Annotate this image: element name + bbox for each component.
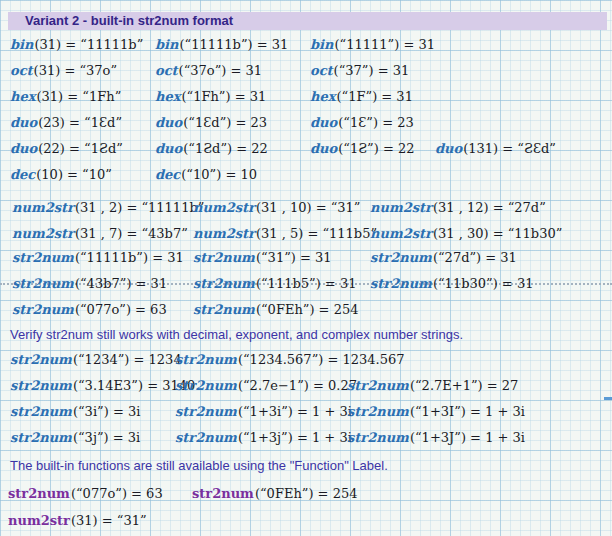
expression-body: (“1+3j”) = 1 + 3i [238,430,352,445]
expression-body: (31) = “31” [71,513,147,528]
function-name: str2num [175,404,238,419]
expression-body: (“2.7E+1”) = 27 [410,378,518,393]
math-expression[interactable]: num2str(31 , 2) = “11111b” [12,195,204,221]
math-expression[interactable]: duo(“1Ɛ”) = 23 [310,110,414,136]
function-name: str2num [193,276,256,291]
math-expression[interactable]: bin(31) = “11111b” [10,32,143,58]
expression-body: (31 , 2) = “11111b” [75,200,204,215]
math-expression[interactable]: dec(“10”) = 10 [155,162,257,188]
math-expression[interactable]: str2num(“077o”) = 63 [8,481,163,507]
math-expression[interactable]: str2num(“077o”) = 63 [12,297,167,323]
math-expression[interactable]: str2num(“0FEh”) = 254 [193,297,358,323]
math-expression[interactable]: str2num(“11111b”) = 31 [12,245,184,271]
expression-body: (“1Fh”) = 31 [181,89,266,104]
function-name: str2num [193,250,256,265]
math-expression[interactable]: str2num(“27d”) = 31 [370,245,517,271]
comment-builtin-functions[interactable]: The built-in functions are still availab… [10,458,388,474]
function-name: bin [310,37,334,52]
math-expression[interactable]: duo(23) = “1Ɛd” [10,110,122,136]
math-expression[interactable]: str2num(“11b30”) = 31 [370,271,533,297]
function-name: duo [10,141,38,156]
expression-body: (“3j”) = 3i [73,430,140,445]
expression-body: (10) = “10” [36,167,112,182]
math-row: str2num(“3.14E3”) = 3140str2num(“2.7e−1”… [0,373,612,399]
expression-body: (31 , 5) = “111b5” [256,226,377,241]
math-expression[interactable]: str2num(“1+3J”) = 1 + 3i [347,425,525,451]
math-expression[interactable]: str2num(“1+3I”) = 1 + 3i [347,399,525,425]
function-name: oct [10,63,34,78]
math-expression[interactable]: bin(“11111b”) = 31 [155,32,288,58]
math-expression[interactable]: bin(“11111”) = 31 [310,32,435,58]
function-name: str2num [192,486,255,501]
expression-body: (“11111b”) = 31 [75,250,184,265]
math-expression[interactable]: hex(“1Fh”) = 31 [155,84,266,110]
function-name: str2num [10,352,73,367]
group-base-format-functions: bin(31) = “11111b”bin(“11111b”) = 31bin(… [0,32,612,188]
expression-body: (“1+3i”) = 1 + 3i [238,404,352,419]
math-expression[interactable]: duo(22) = “1Ƨd” [10,136,123,162]
expression-body: (“1Ƨ”) = 22 [338,141,414,156]
math-row: str2num(“11111b”) = 31str2num(“31”) = 31… [0,245,612,271]
function-name: num2str [370,200,433,215]
math-expression[interactable]: num2str(31 , 30) = “11b30” [370,221,562,247]
expression-body: (“1+3I”) = 1 + 3i [410,404,525,419]
math-expression[interactable]: hex(31) = “1Fh” [10,84,121,110]
math-expression[interactable]: str2num(“31”) = 31 [193,245,332,271]
section-header[interactable]: Variant 2 - built-in str2num format [8,12,607,30]
function-name: num2str [370,226,433,241]
math-expression[interactable]: str2num(“1+3i”) = 1 + 3i [175,399,352,425]
math-expression[interactable]: duo(“1Ƨd”) = 22 [155,136,268,162]
expression-body: (“1Ɛ”) = 23 [338,115,414,130]
expression-body: (31) = “11111b” [34,37,143,52]
function-name: hex [310,89,336,104]
function-name: duo [435,141,463,156]
math-expression[interactable]: str2num(“1+3j”) = 1 + 3i [175,425,352,451]
math-expression[interactable]: str2num(“3i”) = 3i [10,399,140,425]
function-name: str2num [8,486,71,501]
math-expression[interactable]: num2str(31 , 5) = “111b5” [193,221,377,247]
comment-verify-str2num[interactable]: Verify str2num still works with decimal,… [10,327,463,343]
math-expression[interactable]: oct(31) = “37o” [10,58,117,84]
math-row: bin(31) = “11111b”bin(“11111b”) = 31bin(… [0,32,612,58]
expression-body: (131) = “ƧƐd” [463,141,556,156]
math-expression[interactable]: str2num(“0FEh”) = 254 [192,481,357,507]
math-expression[interactable]: num2str(31) = “31” [8,508,147,534]
comment-text: The built-in functions are still availab… [10,458,388,473]
math-expression[interactable]: duo(“1Ɛd”) = 23 [155,110,267,136]
function-name: num2str [193,200,256,215]
math-expression[interactable]: str2num(“1234.567”) = 1234.567 [175,347,405,373]
math-expression[interactable]: num2str(31 , 7) = “43b7” [12,221,188,247]
group-str2num-decimal-exponent-complex: str2num(“1234”) = 1234str2num(“1234.567”… [0,347,612,451]
expression-body: (“43b7”) = 31 [75,276,167,291]
expression-body: (“11b30”) = 31 [433,276,534,291]
math-row: str2num(“43b7”) = 31str2num(“111b5”) = 3… [0,271,612,297]
math-expression[interactable]: str2num(“1234”) = 1234 [10,347,182,373]
math-expression[interactable]: hex(“1F”) = 31 [310,84,413,110]
math-expression[interactable]: str2num(“2.7E+1”) = 27 [347,373,518,399]
math-row: num2str(31 , 2) = “11111b”num2str(31 , 1… [0,195,612,221]
math-expression[interactable]: oct(“37o”) = 31 [155,58,262,84]
function-name: bin [155,37,179,52]
function-name: str2num [10,430,73,445]
math-expression[interactable]: oct(“37”) = 31 [310,58,409,84]
expression-body: (31 , 7) = “43b7” [75,226,188,241]
math-expression[interactable]: duo(“1Ƨ”) = 22 [310,136,415,162]
math-expression[interactable]: str2num(“3.14E3”) = 3140 [10,373,195,399]
math-expression[interactable]: num2str(31 , 10) = “31” [193,195,361,221]
math-row: str2num(“3i”) = 3istr2num(“1+3i”) = 1 + … [0,399,612,425]
math-expression[interactable]: str2num(“43b7”) = 31 [12,271,167,297]
worksheet: Variant 2 - built-in str2num format bin(… [0,0,612,536]
math-expression[interactable]: str2num(“2.7e−1”) = 0.27 [175,373,357,399]
math-expression[interactable]: duo(131) = “ƧƐd” [435,136,556,162]
expression-body: (“1Ƨd”) = 22 [183,141,268,156]
expression-body: (“077o”) = 63 [71,486,163,501]
math-row: str2num(“077o”) = 63str2num(“0FEh”) = 25… [0,481,612,508]
math-expression[interactable]: dec(10) = “10” [10,162,112,188]
expression-body: (“1+3J”) = 1 + 3i [410,430,525,445]
function-name: duo [155,115,183,130]
math-expression[interactable]: num2str(31 , 12) = “27d” [370,195,546,221]
math-row: duo(22) = “1Ƨd”duo(“1Ƨd”) = 22duo(“1Ƨ”) … [0,136,612,162]
math-expression[interactable]: str2num(“3j”) = 3i [10,425,140,451]
math-expression[interactable]: str2num(“111b5”) = 31 [193,271,356,297]
math-row: dec(10) = “10”dec(“10”) = 10 [0,162,612,188]
